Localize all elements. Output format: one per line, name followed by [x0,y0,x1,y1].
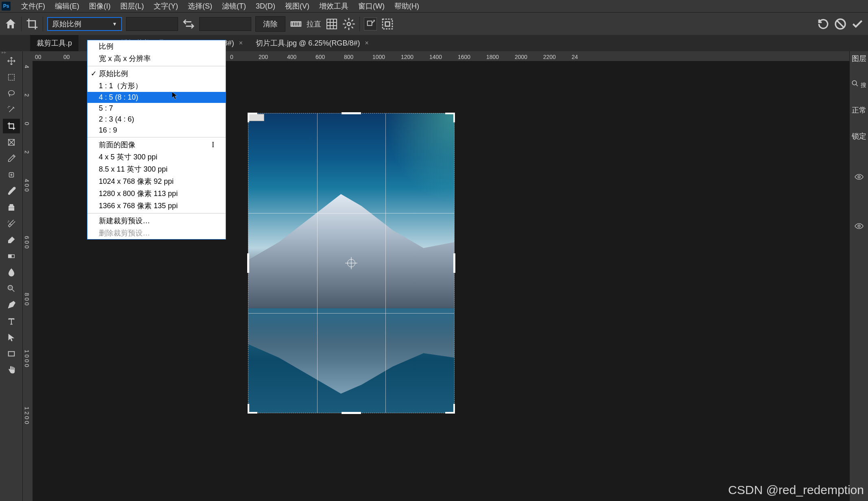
dd-ratio[interactable]: 比例 [87,40,226,52]
lasso-tool-icon[interactable] [3,86,20,101]
menu-edit[interactable]: 编辑(E) [50,1,84,11]
crop-target[interactable] [248,113,455,413]
cursor-icon [172,92,178,100]
tool-palette [0,51,23,501]
menu-file[interactable]: 文件(F) [16,1,50,11]
menu-plugins[interactable]: 增效工具 [314,1,353,11]
separator [87,66,226,66]
height-input[interactable] [199,17,251,31]
menu-type[interactable]: 文字(Y) [149,1,183,11]
crop-tool-icon[interactable] [26,17,39,30]
right-panel: 图层 搜 正常 锁定 [849,51,868,501]
blur-tool-icon[interactable] [3,265,20,280]
crop-handle-b[interactable] [342,412,361,414]
blend-mode-label[interactable]: 正常 [852,105,866,115]
menu-help[interactable]: 帮助(H) [389,1,424,11]
healing-brush-tool-icon[interactable] [3,168,20,182]
hand-tool-icon[interactable] [3,363,20,377]
svg-point-17 [858,225,860,227]
cancel-icon[interactable] [834,17,847,30]
divider [21,17,22,31]
gradient-tool-icon[interactable] [3,249,20,264]
ratio-dropdown[interactable]: 原始比例 ▼ [47,17,122,31]
tab-crop-tool[interactable]: 裁剪工具.p [30,35,78,51]
commit-icon[interactable] [851,17,864,30]
swap-icon[interactable] [182,17,195,30]
options-bar: 原始比例 ▼ 清除 拉直 [0,12,868,35]
crop-handle-r[interactable] [453,253,455,273]
dd-4-5[interactable]: 4 : 5 (8 : 10) [87,92,226,103]
dd-5-7[interactable]: 5 : 7 [87,103,226,114]
crop-center-icon[interactable] [347,259,355,267]
tab-slice-tool[interactable]: 切片工具.jpg @ 6.25%(RGB/8#) × [249,35,375,51]
grid-icon[interactable] [325,17,338,30]
menu-3d[interactable]: 3D(D) [251,2,280,11]
gear-icon[interactable] [342,17,355,30]
frame-tool-icon[interactable] [3,135,20,150]
svg-point-16 [858,176,860,178]
clone-stamp-tool-icon[interactable] [3,200,20,215]
clear-button[interactable]: 清除 [255,16,285,32]
separator [87,213,226,213]
menu-view[interactable]: 视图(V) [280,1,314,11]
chevron-down-icon: ▼ [112,21,117,27]
straighten-icon[interactable] [289,17,302,30]
dd-new-preset[interactable]: 新建裁剪预设… [87,215,226,227]
ps-logo-icon: Ps [2,2,11,11]
menu-layer[interactable]: 图层(L) [115,1,149,11]
menu-image[interactable]: 图像(I) [84,1,115,11]
layers-panel-tab[interactable]: 图层 [852,54,866,63]
eye-icon[interactable] [855,174,864,182]
dd-4x5-300[interactable]: 4 x 5 英寸 300 ppi [87,151,226,163]
dodge-tool-icon[interactable] [3,281,20,296]
crop-handle-l[interactable] [247,253,249,273]
dd-wxhxres[interactable]: 宽 x 高 x 分辨率 [87,52,226,65]
dd-1-1[interactable]: 1 : 1（方形） [87,80,226,92]
brush-tool-icon[interactable] [3,184,20,198]
menu-window[interactable]: 窗口(W) [353,1,389,11]
menu-filter[interactable]: 滤镜(T) [217,1,251,11]
lock-label: 锁定 [852,131,866,141]
dd-front-image[interactable]: 前面的图像I [87,139,226,151]
eraser-tool-icon[interactable] [3,233,20,247]
svg-point-1 [347,22,350,26]
rectangle-tool-icon[interactable] [3,346,20,361]
ruler-vertical[interactable]: 4 2 0 2 4 0 0 6 0 0 8 0 0 1 0 0 0 1 2 0 … [23,61,33,501]
dd-8x11-300[interactable]: 8.5 x 11 英寸 300 ppi [87,163,226,175]
path-selection-tool-icon[interactable] [3,330,20,345]
divider [359,17,360,31]
dd-2-3[interactable]: 2 : 3 (4 : 6) [87,114,226,125]
marquee-tool-icon[interactable] [3,70,20,85]
move-tool-icon[interactable] [3,54,20,68]
home-icon[interactable] [4,17,17,30]
crop-handle-t[interactable] [342,112,361,114]
eye-icon[interactable] [855,223,864,231]
watermark: CSDN @red_redemption [728,483,864,497]
eyedropper-tool-icon[interactable] [3,151,20,166]
menu-select[interactable]: 选择(S) [183,1,217,11]
ratio-dropdown-menu: 比例 宽 x 高 x 分辨率 ✓原始比例 1 : 1（方形） 4 : 5 (8 … [87,40,226,240]
reset-icon[interactable] [817,17,830,30]
search-icon[interactable]: 搜 [851,80,866,89]
delete-cropped-icon[interactable] [364,17,377,30]
dd-1024-768[interactable]: 1024 x 768 像素 92 ppi [87,175,226,187]
type-tool-icon[interactable] [3,314,20,329]
svg-point-13 [8,285,12,290]
crop-tool-icon[interactable] [3,119,20,133]
separator [87,137,226,137]
pen-tool-icon[interactable] [3,298,20,312]
content-aware-icon[interactable] [381,17,394,30]
tab-close-icon[interactable]: × [239,39,243,47]
svg-point-15 [852,81,857,85]
magic-wand-tool-icon[interactable] [3,102,20,117]
dd-original-ratio[interactable]: ✓原始比例 [87,68,226,80]
history-brush-tool-icon[interactable] [3,216,20,231]
svg-rect-14 [8,352,14,356]
tab-close-icon[interactable]: × [365,39,368,47]
dd-1280-800[interactable]: 1280 x 800 像素 113 ppi [87,187,226,200]
dd-16-9[interactable]: 16 : 9 [87,125,226,136]
width-input[interactable] [126,17,178,31]
dd-1366-768[interactable]: 1366 x 768 像素 135 ppi [87,200,226,212]
svg-rect-6 [8,74,14,81]
crop-overlay[interactable] [248,113,455,413]
